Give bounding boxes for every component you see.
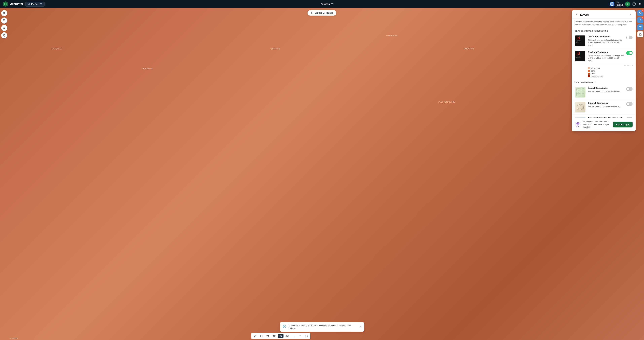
location-label[interactable]: Australia bbox=[320, 3, 322, 6]
explore-docklands-button[interactable]: Explore Docklands bbox=[308, 10, 322, 16]
map-area[interactable]: KINGSVILLE YARRAVILLE KINGSTON GRAYBROOK… bbox=[0, 8, 322, 170]
map-label-kingston: KINGSTON bbox=[270, 48, 280, 50]
map-label-kingsville: KINGSVILLE bbox=[52, 48, 62, 50]
pin-button[interactable] bbox=[1, 25, 7, 31]
left-sidebar bbox=[0, 8, 8, 38]
logo-text: Archistar bbox=[10, 2, 23, 6]
top-navigation: Archistar Explore Australia Tier Default… bbox=[0, 0, 322, 8]
svg-point-11 bbox=[4, 27, 5, 28]
favourites-button[interactable] bbox=[1, 18, 7, 24]
map-label-yarraville: YARRAVILLE bbox=[142, 68, 153, 70]
explore-label: Explore bbox=[31, 3, 39, 6]
svg-point-10 bbox=[3, 12, 5, 14]
layers-button[interactable] bbox=[1, 32, 7, 38]
explore-dropdown[interactable]: Explore bbox=[26, 2, 44, 6]
map-background: KINGSVILLE YARRAVILLE KINGSTON GRAYBROOK… bbox=[0, 8, 322, 170]
explore-docklands-label: Explore Docklands bbox=[315, 12, 322, 14]
nav-left: Archistar Explore bbox=[3, 1, 44, 7]
search-button[interactable] bbox=[1, 10, 7, 16]
nav-center: Australia bbox=[320, 3, 322, 6]
logo-icon bbox=[3, 1, 8, 7]
